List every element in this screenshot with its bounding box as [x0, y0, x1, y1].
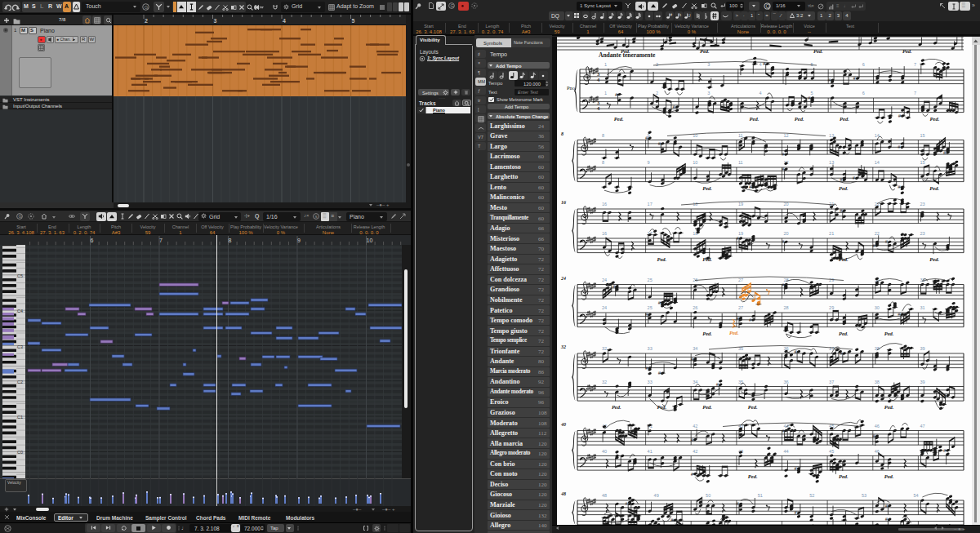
svg-text:11: 11: [738, 133, 743, 138]
svg-text:31: 31: [920, 305, 924, 310]
svg-text:2: 2: [656, 62, 658, 67]
svg-text:36: 36: [784, 380, 789, 384]
svg-text:Ped.: Ped.: [795, 116, 804, 122]
svg-text:b: b: [679, 13, 682, 17]
svg-text:33: 33: [648, 380, 653, 384]
svg-text:42: 42: [693, 424, 697, 429]
svg-text:28: 28: [784, 305, 789, 310]
svg-text:3: 3: [707, 91, 710, 95]
svg-text:48: 48: [602, 493, 607, 498]
svg-text:C5: C5: [17, 273, 23, 278]
svg-text:1: 1: [604, 91, 607, 95]
svg-text:Ped.: Ped.: [702, 331, 712, 336]
svg-text:25: 25: [648, 278, 653, 282]
svg-text:11: 11: [738, 160, 743, 165]
svg-text:10: 10: [367, 238, 373, 243]
svg-text:6: 6: [862, 62, 865, 67]
svg-text:8: 8: [602, 160, 604, 165]
svg-text:2: 2: [145, 18, 148, 24]
svg-text:Ped.: Ped.: [840, 116, 849, 122]
svg-text:42: 42: [693, 449, 697, 454]
svg-text:40: 40: [560, 422, 566, 427]
svg-text:53: 53: [862, 493, 866, 498]
svg-text:24: 24: [560, 276, 566, 281]
svg-text:21: 21: [829, 231, 834, 236]
svg-text:9: 9: [297, 238, 301, 243]
svg-text:19: 19: [738, 231, 743, 236]
svg-text:C1: C1: [17, 415, 23, 420]
svg-text:Ped.: Ped.: [839, 331, 849, 336]
svg-text:15: 15: [920, 160, 924, 165]
svg-text:4: 4: [759, 62, 761, 67]
svg-text:4: 4: [283, 18, 286, 24]
svg-text:7: 7: [159, 238, 163, 243]
svg-text:Ped.: Ped.: [884, 404, 894, 410]
svg-text:30: 30: [875, 305, 880, 310]
svg-text:37: 37: [829, 380, 834, 384]
svg-text:1: 1: [604, 62, 607, 67]
svg-text:Ped.: Ped.: [839, 185, 849, 191]
svg-text:32: 32: [560, 344, 566, 349]
svg-text:Ped.: Ped.: [884, 473, 894, 479]
svg-text:46: 46: [875, 424, 880, 429]
svg-text:26: 26: [693, 305, 697, 310]
svg-text:8: 8: [229, 238, 232, 243]
svg-text:Ped.: Ped.: [657, 404, 667, 410]
svg-text:45: 45: [829, 449, 834, 454]
svg-text:5: 5: [352, 18, 355, 24]
svg-text:6: 6: [862, 91, 865, 95]
svg-text:54: 54: [913, 493, 918, 498]
svg-text:16: 16: [561, 200, 566, 205]
svg-text:49: 49: [654, 493, 659, 498]
svg-text:7: 7: [914, 62, 916, 67]
svg-text:16: 16: [602, 202, 607, 207]
svg-text:13: 13: [829, 133, 834, 138]
svg-text:33: 33: [648, 346, 653, 351]
svg-text:52: 52: [809, 493, 814, 498]
svg-text:32: 32: [602, 346, 607, 351]
svg-text:Ped.: Ped.: [929, 256, 939, 262]
svg-text:10: 10: [693, 160, 697, 165]
svg-text:Ped.: Ped.: [839, 473, 849, 479]
svg-text:s: s: [315, 214, 318, 219]
svg-text:Ped.: Ped.: [614, 116, 624, 122]
svg-text:C2: C2: [17, 380, 23, 384]
svg-text:4: 4: [759, 91, 761, 95]
svg-text:27: 27: [738, 305, 743, 310]
svg-text:Q: Q: [766, 3, 770, 10]
svg-text:C0: C0: [17, 450, 23, 455]
svg-text:22: 22: [875, 231, 880, 236]
svg-text:20: 20: [784, 231, 789, 236]
svg-text:2: 2: [656, 91, 658, 95]
svg-text:G: G: [19, 214, 22, 219]
svg-text:29: 29: [829, 305, 834, 310]
svg-text:5: 5: [811, 62, 813, 67]
svg-text:24: 24: [602, 305, 607, 310]
svg-text:Andante teneramente: Andante teneramente: [599, 51, 656, 59]
svg-text:40: 40: [602, 449, 607, 454]
svg-text:Ped.: Ped.: [702, 256, 712, 262]
svg-text:G: G: [451, 3, 454, 8]
svg-text:Ped.: Ped.: [729, 330, 739, 335]
svg-text:23: 23: [920, 231, 924, 236]
svg-text:15: 15: [920, 133, 924, 138]
svg-text:34: 34: [693, 346, 697, 351]
svg-text:16: 16: [602, 231, 607, 236]
svg-text:U: U: [688, 14, 690, 18]
svg-text:9: 9: [648, 160, 650, 165]
svg-text:Ped.: Ped.: [702, 404, 712, 410]
svg-text:26: 26: [693, 278, 697, 282]
svg-text:39: 39: [920, 346, 924, 351]
svg-text:Ped.: Ped.: [702, 185, 712, 191]
svg-text:20: 20: [784, 202, 789, 207]
svg-text:13: 13: [829, 160, 834, 165]
svg-text:48: 48: [560, 491, 566, 496]
svg-text:27: 27: [738, 278, 743, 282]
svg-text:Ped.: Ped.: [750, 116, 760, 122]
svg-text:Ped.: Ped.: [657, 256, 667, 262]
svg-text:#: #: [670, 13, 673, 17]
svg-text:3: 3: [707, 62, 710, 67]
svg-text:32: 32: [602, 380, 607, 384]
svg-text:Ped.: Ped.: [902, 48, 912, 54]
svg-text:43: 43: [738, 424, 743, 429]
